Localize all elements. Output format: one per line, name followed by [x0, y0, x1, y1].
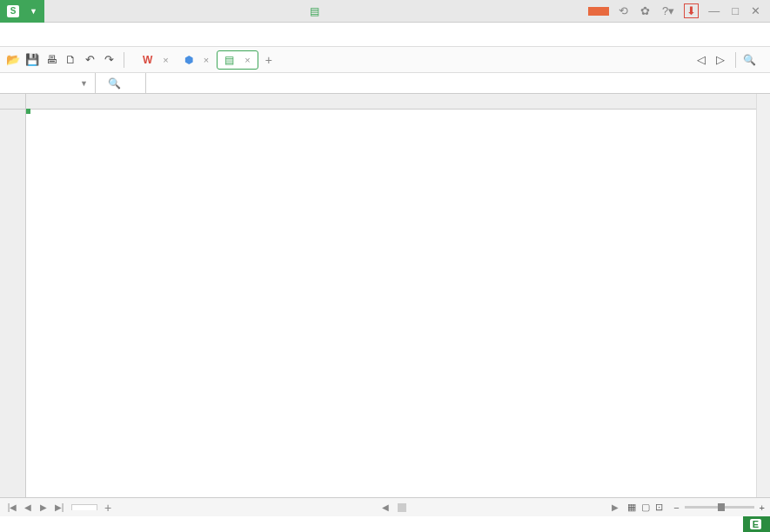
title-right: ⟲ ✿ ?▾ ⬇ — □ ✕ [588, 3, 770, 18]
undo-icon[interactable]: ↶ [82, 52, 97, 68]
minimize-icon[interactable]: — [706, 4, 722, 17]
cloud-icon: ⬢ [184, 54, 193, 66]
zoom-in-icon[interactable]: + [760, 502, 765, 513]
toolbar: 📂 💾 🖶 🗋 ↶ ↷ W × ⬢ × ▤ × + ◁ ▷ 🔍 [0, 47, 770, 73]
redo-icon[interactable]: ↷ [101, 52, 117, 68]
spreadsheet-icon: ▤ [224, 54, 234, 66]
close-icon[interactable]: × [204, 55, 209, 65]
column-headers [26, 94, 770, 110]
sheet-tab[interactable] [71, 504, 97, 510]
view-zoom-icon[interactable]: ⊡ [655, 502, 663, 513]
sheet-nav: |◀ ◀ ▶ ▶| [5, 502, 66, 512]
sync-icon[interactable]: ⟲ [616, 4, 631, 17]
document-tabs: W × ⬢ × ▤ × + [135, 50, 690, 70]
app-logo-icon: S [7, 5, 19, 17]
open-icon[interactable]: 📂 [5, 52, 21, 68]
doc-tab-mywps[interactable]: W × [135, 50, 177, 70]
separator [124, 52, 124, 68]
save-icon[interactable]: 💾 [24, 52, 40, 68]
nav-back-icon[interactable]: ◁ [693, 52, 709, 68]
zoom-slider[interactable] [685, 506, 754, 509]
menu-bar [0, 23, 770, 47]
nav-next-icon[interactable]: ▶ [37, 502, 50, 512]
zoom-out-icon[interactable]: − [673, 502, 679, 513]
close-icon[interactable]: × [163, 55, 168, 65]
zoom-controls: ◀ ▶ ▦ ▢ ⊡ − + [378, 502, 765, 513]
nav-last-icon[interactable]: ▶| [52, 502, 66, 512]
watermark: E [743, 516, 770, 532]
close-icon[interactable]: × [244, 55, 250, 65]
select-all-corner[interactable] [0, 94, 25, 110]
print-icon[interactable]: 🖶 [44, 52, 59, 68]
fx-area: 🔍 [96, 77, 145, 90]
download-icon[interactable]: ⬇ [684, 3, 699, 18]
row-headers [0, 94, 26, 509]
chevron-down-icon: ▼ [30, 7, 37, 16]
wps-icon: W [143, 54, 152, 66]
doc-tab-current[interactable]: ▤ × [217, 50, 258, 70]
hscroll-thumb[interactable] [398, 503, 406, 512]
document-icon: ▤ [310, 5, 319, 17]
separator [735, 52, 736, 68]
nav-fwd-icon[interactable]: ▷ [713, 52, 728, 68]
close-icon[interactable]: ✕ [748, 4, 763, 17]
view-normal-icon[interactable]: ▦ [627, 502, 636, 513]
app-badge[interactable]: S ▼ [0, 0, 44, 23]
command-search[interactable]: 🔍 [743, 54, 760, 66]
maximize-icon[interactable]: □ [729, 4, 741, 17]
hscroll-left-icon[interactable]: ◀ [378, 502, 392, 512]
title-bar: S ▼ ▤ ⟲ ✿ ?▾ ⬇ — □ ✕ [0, 0, 770, 23]
nav-first-icon[interactable]: |◀ [5, 502, 19, 512]
help-icon[interactable]: ?▾ [660, 4, 677, 17]
doc-tab-cloud[interactable]: ⬢ × [177, 50, 217, 70]
status-bar: |◀ ◀ ▶ ▶| + ◀ ▶ ▦ ▢ ⊡ − + [0, 497, 770, 516]
name-box[interactable]: ▼ [17, 73, 96, 93]
view-page-icon[interactable]: ▢ [641, 502, 650, 513]
formula-bar: ▼ 🔍 [0, 73, 770, 94]
selection-box [26, 110, 30, 113]
add-sheet-button[interactable]: + [97, 501, 118, 515]
hscroll-right-icon[interactable]: ▶ [608, 502, 622, 512]
formula-input[interactable] [145, 73, 770, 93]
grid-main [26, 94, 770, 509]
nav-prev-icon[interactable]: ◀ [21, 502, 35, 512]
search-fn-icon[interactable]: 🔍 [108, 77, 121, 90]
preview-icon[interactable]: 🗋 [63, 52, 78, 68]
login-button[interactable] [588, 7, 609, 16]
spreadsheet-grid [0, 94, 770, 509]
settings-icon[interactable]: ✿ [638, 4, 653, 17]
vertical-scrollbar[interactable] [756, 94, 770, 509]
search-icon: 🔍 [743, 54, 756, 66]
chevron-down-icon: ▼ [80, 79, 88, 88]
add-tab-button[interactable]: + [258, 53, 279, 67]
window-title: ▤ [44, 5, 588, 17]
